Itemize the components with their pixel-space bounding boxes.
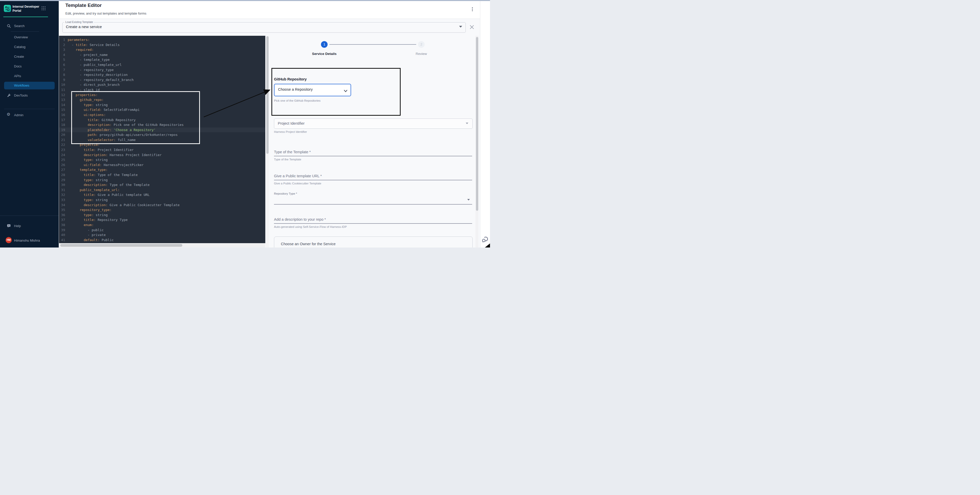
code-line[interactable]: 6 - public_template_url bbox=[59, 62, 265, 67]
line-number: 16 bbox=[59, 112, 65, 118]
code-line[interactable]: 7 - repository_type bbox=[59, 67, 265, 73]
code-line[interactable]: 35 repository_type: bbox=[59, 207, 265, 213]
code-line[interactable]: 25 type: string bbox=[59, 158, 265, 162]
sidebar-item-catalog[interactable]: Catalog bbox=[0, 43, 59, 51]
stepper-step-1[interactable]: 1 bbox=[321, 41, 328, 48]
scrollbar-thumb[interactable] bbox=[476, 37, 478, 211]
code-line[interactable]: 8 - repositoty_description bbox=[59, 72, 265, 77]
line-content: - private bbox=[68, 233, 106, 237]
close-icon[interactable] bbox=[469, 24, 474, 30]
code-line[interactable]: 26 ui:field: HarnessProjectPicker bbox=[59, 162, 265, 167]
code-line[interactable]: 39 - public bbox=[59, 228, 265, 233]
sidebar-item-apis[interactable]: APIs bbox=[0, 73, 59, 80]
line-content: type: string bbox=[68, 213, 108, 217]
line-number: 41 bbox=[59, 237, 65, 243]
code-line[interactable]: 10 - direct_push_branch bbox=[59, 82, 265, 88]
dropdown-caret-icon bbox=[467, 199, 470, 201]
code-line[interactable]: 1parameters: bbox=[59, 37, 265, 42]
sidebar-item-help[interactable]: ? Help bbox=[0, 223, 59, 230]
line-number: 4 bbox=[59, 53, 65, 57]
line-number: 24 bbox=[59, 153, 65, 158]
code-line[interactable]: 28 title: Type of the Template bbox=[59, 172, 265, 178]
code-line[interactable]: 5 - template_type bbox=[59, 57, 265, 62]
sidebar-item-label: Overview bbox=[14, 34, 28, 41]
stepper-connector bbox=[329, 44, 416, 45]
code-line[interactable]: 29 type: string bbox=[59, 178, 265, 183]
line-number: 31 bbox=[59, 188, 65, 193]
line-content: - direct_push_branch bbox=[68, 83, 120, 87]
code-line[interactable]: 18 description: Pick one of the GitHub R… bbox=[59, 123, 265, 127]
code-line[interactable]: 23 title: Project Identifier bbox=[59, 147, 265, 153]
repository-type-select[interactable] bbox=[274, 204, 472, 205]
code-line[interactable]: 17 title: GitHub Repository bbox=[59, 118, 265, 123]
preview-panel-scrollbar[interactable] bbox=[476, 36, 479, 247]
template-type-input[interactable] bbox=[274, 156, 472, 156]
code-line[interactable]: 19 placeholder: 'Choose a Repository' bbox=[59, 127, 265, 132]
code-line[interactable]: 16 ui:options: bbox=[59, 112, 265, 118]
corner-annotation-artifact bbox=[485, 244, 490, 247]
line-content: title: Repository Type bbox=[68, 218, 128, 222]
code-line[interactable]: 22 projectId: bbox=[59, 142, 265, 147]
user-name[interactable]: Himanshu Mishra bbox=[14, 239, 40, 242]
code-line[interactable]: 36 type: string bbox=[59, 213, 265, 218]
chevron-down-icon bbox=[344, 89, 347, 93]
public-url-input[interactable] bbox=[274, 180, 472, 180]
dropdown-caret-icon bbox=[466, 123, 468, 124]
code-line[interactable]: 33 type: string bbox=[59, 197, 265, 202]
chat-bubbles-icon[interactable] bbox=[481, 236, 489, 244]
sidebar-item-admin[interactable]: ⚙ Admin bbox=[0, 111, 59, 119]
code-line[interactable]: 11 - slack_id bbox=[59, 88, 265, 92]
code-line[interactable]: 14 type: string bbox=[59, 102, 265, 108]
editor-horizontal-scrollbar[interactable] bbox=[59, 243, 265, 247]
sidebar-item-search[interactable]: Search bbox=[0, 22, 59, 30]
line-content: - repository_type bbox=[68, 68, 114, 72]
code-line[interactable]: 41 default: Public bbox=[59, 237, 265, 243]
repo-description-input[interactable] bbox=[274, 223, 472, 224]
code-line[interactable]: 20 path: proxy/github-api/users/OrkoHunt… bbox=[59, 132, 265, 137]
sidebar-item-workflows[interactable]: Workflows bbox=[4, 82, 55, 89]
line-number: 14 bbox=[59, 102, 65, 108]
scrollbar-thumb[interactable] bbox=[60, 244, 182, 247]
load-template-select[interactable] bbox=[62, 22, 466, 33]
code-line[interactable]: 27 template_type: bbox=[59, 167, 265, 172]
sidebar-item-overview[interactable]: Overview bbox=[0, 34, 59, 41]
code-line[interactable]: 9 - repository_default_branch bbox=[59, 77, 265, 83]
code-line[interactable]: 24 description: Harness Project Identifi… bbox=[59, 153, 265, 158]
code-line[interactable]: 15 ui:field: SelectFieldFromApi bbox=[59, 107, 265, 112]
code-line[interactable]: 12 properties: bbox=[59, 92, 265, 97]
sidebar-item-label: APIs bbox=[14, 73, 21, 80]
sidebar-item-docs[interactable]: Docs bbox=[0, 63, 59, 70]
code-line[interactable]: 3 required: bbox=[59, 47, 265, 53]
scrollbar-thumb[interactable] bbox=[266, 36, 269, 154]
avatar[interactable]: HM bbox=[6, 237, 12, 243]
sidebar-item-devtools[interactable]: DevTools bbox=[0, 92, 59, 99]
code-line[interactable]: 31 public_template_url: bbox=[59, 188, 265, 193]
sidebar-item-create[interactable]: Create bbox=[0, 53, 59, 60]
code-line[interactable]: 13 github_repo: bbox=[59, 97, 265, 102]
code-line[interactable]: 38 enum: bbox=[59, 223, 265, 228]
help-chat-icon: ? bbox=[6, 224, 11, 228]
stepper-step-2[interactable]: 2 bbox=[418, 41, 425, 48]
owner-select-box[interactable]: Choose an Owner for the Service bbox=[274, 237, 473, 247]
line-content: type: string bbox=[68, 178, 108, 182]
sidebar-item-label: DevTools bbox=[14, 92, 27, 99]
editor-vertical-scrollbar[interactable] bbox=[266, 36, 269, 247]
line-content: projectId: bbox=[68, 143, 100, 146]
github-repository-select-value: Choose a Repository bbox=[278, 88, 313, 91]
code-line[interactable]: 34 description: Give a Public Cookiecutt… bbox=[59, 202, 265, 208]
public-url-helper: Give a Public Cookiecutter Template bbox=[274, 182, 321, 185]
app-logo-icon[interactable] bbox=[4, 5, 11, 12]
code-line[interactable]: 32 title: Give a Public template URL bbox=[59, 192, 265, 197]
code-line[interactable]: 4 - project_name bbox=[59, 53, 265, 57]
sidebar-item-label: Create bbox=[14, 53, 24, 60]
code-line[interactable]: 40 - private bbox=[59, 232, 265, 237]
project-identifier-select[interactable]: Project Identifier bbox=[274, 118, 473, 129]
code-line[interactable]: 30 description: Type of the Template bbox=[59, 182, 265, 188]
code-line[interactable]: 37 title: Repository Type bbox=[59, 217, 265, 223]
code-line[interactable]: 21 valueSelector: full_name bbox=[59, 137, 265, 143]
kebab-menu-icon[interactable] bbox=[470, 6, 474, 12]
code-line[interactable]: 2 - title: Service Details bbox=[59, 42, 265, 48]
yaml-code-editor[interactable]: 1parameters:2 - title: Service Details3 … bbox=[59, 36, 265, 247]
github-repository-select[interactable]: Choose a Repository bbox=[274, 84, 351, 96]
app-switcher-icon[interactable] bbox=[41, 6, 46, 11]
